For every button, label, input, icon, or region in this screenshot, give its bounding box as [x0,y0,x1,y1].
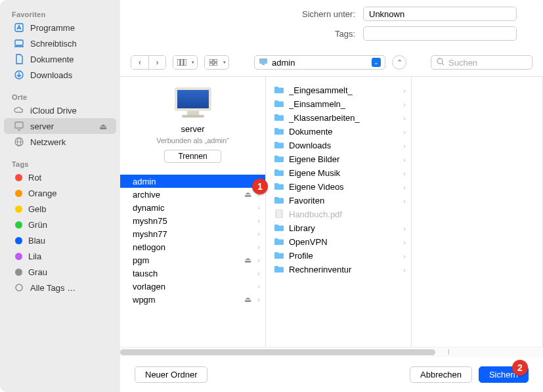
folder-row[interactable]: Rechnerinventur› [266,263,411,276]
cloud-icon [13,104,25,116]
folder-row: Handbuch.pdf [266,207,411,221]
save-as-label: Sichern unter: [146,9,363,19]
chevron-right-icon: › [403,197,406,205]
share-row[interactable]: wpgm⏏› [120,293,265,306]
sidebar: Favoriten ProgrammeSchreibtischDokumente… [0,0,120,392]
folder-icon [274,251,284,261]
share-row[interactable]: archive⏏› [120,188,265,201]
server-preview: server Verbunden als „admin“ Trennen [120,77,265,168]
tag-dot-icon [15,221,22,229]
share-row[interactable]: admin› [120,175,265,188]
svg-rect-17 [259,58,267,64]
eject-icon[interactable]: ⏏ [244,190,251,199]
tags-field[interactable] [363,26,517,41]
folder-icon [274,127,284,137]
folder-row[interactable]: Eigene Videos› [266,180,411,194]
doc-icon [13,53,25,65]
svg-rect-11 [181,59,183,66]
share-row[interactable]: tausch› [120,267,265,280]
chevron-right-icon: › [257,230,260,238]
tags-label: Tags: [146,29,363,39]
sidebar-item-server[interactable]: server⏏ [4,118,116,134]
new-folder-button[interactable]: Neuer Ordner [135,366,207,383]
share-row[interactable]: netlogon› [120,240,265,253]
chevron-right-icon: › [403,114,406,122]
svg-rect-16 [214,63,217,66]
sidebar-item-icloud-drive[interactable]: iCloud Drive [4,102,116,118]
path-popup[interactable]: admin ⌄ [254,55,385,70]
search-icon [437,58,445,68]
chevron-right-icon: › [403,87,406,95]
folder-row[interactable]: Eigene Bilder› [266,152,411,166]
path-dropdown-icon: ⌄ [372,58,381,67]
disconnect-button[interactable]: Trennen [164,150,221,163]
sidebar-item-downloads[interactable]: Downloads [4,67,116,83]
footer: Neuer Ordner Abbrechen Sichern [120,357,543,392]
sidebar-item-all-tags[interactable]: Alle Tags … [4,280,116,295]
chevron-right-icon: › [403,266,406,274]
sidebar-tag-lila[interactable]: Lila [4,248,116,264]
svg-rect-4 [15,122,23,128]
nav-forward-button[interactable]: › [148,56,165,69]
chevron-right-icon: › [257,256,260,264]
horizontal-scrollbar[interactable] [120,347,543,357]
folder-icon [274,154,284,165]
sidebar-tag-orange[interactable]: Orange [4,185,116,201]
sidebar-tag-rot[interactable]: Rot [4,169,116,185]
save-dialog: Favoriten ProgrammeSchreibtischDokumente… [0,0,543,392]
server-name: server [181,124,204,134]
view-grid-button[interactable]: ▾ [204,55,229,70]
sidebar-item-dokumente[interactable]: Dokumente [4,51,116,67]
chevron-right-icon: › [403,252,406,260]
main-panel: Sichern unter: Tags: ‹ › ▾ ▾ admin ⌄ ⌃ [120,0,543,392]
eject-icon[interactable]: ⏏ [99,121,107,131]
sidebar-tag-grau[interactable]: Grau [4,264,116,280]
collapse-button[interactable]: ⌃ [392,55,406,70]
svg-line-20 [442,63,444,65]
sidebar-tag-blau[interactable]: Blau [4,232,116,248]
folder-row[interactable]: Dokumente› [266,125,411,139]
search-field[interactable]: Suchen [431,55,532,70]
chevron-right-icon: › [257,282,260,290]
eject-icon[interactable]: ⏏ [244,295,251,304]
tag-dot-icon [15,253,22,260]
folder-row[interactable]: _Klassenarbeiten_› [266,111,411,125]
display-icon [13,120,25,132]
chevron-right-icon: › [403,128,406,136]
chevron-right-icon: › [257,217,260,225]
sidebar-tag-gelb[interactable]: Gelb [4,201,116,217]
sidebar-item-schreibtisch[interactable]: Schreibtisch [4,35,116,51]
folder-row[interactable]: Favoriten› [266,194,411,207]
nav-back-button[interactable]: ‹ [131,56,148,69]
folder-row[interactable]: Eigene Musik› [266,166,411,180]
folder-row[interactable]: OpenVPN› [266,235,411,249]
share-row[interactable]: myshn75› [120,214,265,227]
cancel-button[interactable]: Abbrechen [410,366,472,383]
folder-row[interactable]: Profile› [266,249,411,263]
view-columns-button[interactable]: ▾ [173,55,198,70]
save-as-field[interactable] [363,7,517,21]
folder-row[interactable]: Downloads› [266,139,411,152]
share-row[interactable]: vorlagen› [120,280,265,293]
sidebar-section-locations: Orte [0,89,120,102]
chevron-right-icon: › [257,295,260,303]
annotation-marker-1: 1 [252,179,268,194]
folder-icon [274,141,284,151]
tag-dot-icon [15,174,22,181]
toolbar: ‹ › ▾ ▾ admin ⌄ ⌃ Suchen [120,55,543,77]
folder-row[interactable]: _Einsammeln_› [266,97,411,111]
folder-row[interactable]: Library› [266,221,411,235]
eject-icon[interactable]: ⏏ [244,255,251,265]
folder-row[interactable]: _Eingesammelt_› [266,83,411,97]
folder-icon [274,113,284,123]
sidebar-item-netzwerk[interactable]: Netzwerk [4,134,116,150]
sidebar-tag-grün[interactable]: Grün [4,217,116,232]
svg-point-9 [16,284,22,291]
share-row[interactable]: dynamic› [120,201,265,214]
svg-rect-41 [276,209,282,218]
share-row[interactable]: myshn77› [120,227,265,240]
tag-dot-icon [15,206,22,213]
share-row[interactable]: pgm⏏› [120,253,265,267]
sidebar-item-programme[interactable]: Programme [4,20,116,35]
svg-rect-18 [262,64,265,65]
